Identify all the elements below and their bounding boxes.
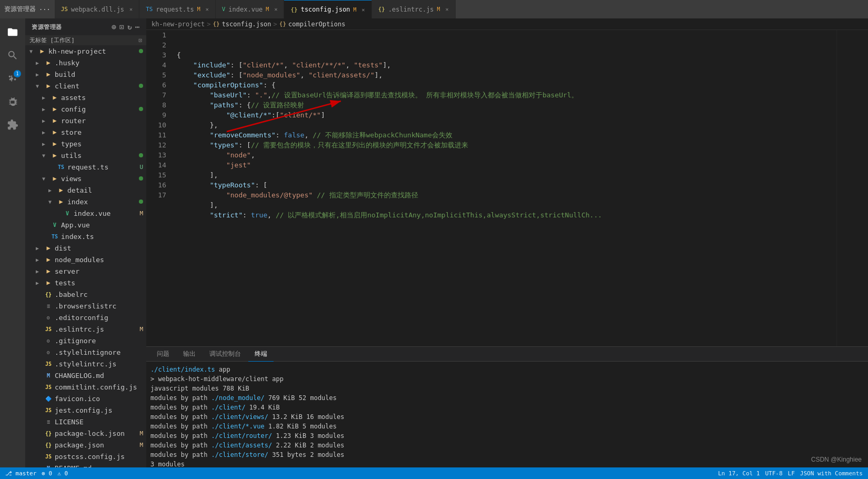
file-icon-app-vue: V xyxy=(51,222,59,228)
workspace-label: 无标签 [工作区] ⊡ xyxy=(25,35,146,45)
breadcrumb-section[interactable]: {} compilerOptions xyxy=(279,21,346,28)
code-line-5: "baseUrl": ".",// 设置baseUrl告诉编译器到哪里去查找模块… xyxy=(177,90,836,100)
sidebar-item-gitignore[interactable]: ⚙.gitignore xyxy=(25,335,146,346)
sidebar-item-utils[interactable]: ▼▶utils xyxy=(25,149,146,161)
tab-modified-request: M xyxy=(197,6,200,12)
sidebar-item-browserslistrc[interactable]: ≡.browserslistrc xyxy=(25,300,146,312)
tab-tsconfig[interactable]: {} tsconfig.json M ✕ xyxy=(284,0,371,18)
sidebar-item-router[interactable]: ▶▶router xyxy=(25,115,146,126)
item-name-license: LICENSE xyxy=(55,418,146,426)
sidebar-item-request-ts[interactable]: TSrequest.tsU xyxy=(25,161,146,173)
code-container[interactable]: 1234567891011121314151617 { "include": [… xyxy=(146,30,868,346)
tab-output[interactable]: 输出 xyxy=(177,347,202,362)
tab-modified-index-vue: M xyxy=(266,6,269,12)
sidebar-item-server[interactable]: ▶▶server xyxy=(25,265,146,277)
sidebar-item-config[interactable]: ▶▶config xyxy=(25,103,146,115)
sidebar: 资源管理器 ⊕⊡↻⋯ 无标签 [工作区] ⊡ ▼▶kh-new-project▶… xyxy=(25,18,146,467)
tab-eslintrc[interactable]: {} .eslintrc.js M ✕ xyxy=(372,0,456,18)
sidebar-item-types[interactable]: ▶▶types xyxy=(25,138,146,149)
sidebar-item-dist[interactable]: ▶▶dist xyxy=(25,242,146,254)
tab-close-index-vue[interactable]: ✕ xyxy=(274,6,277,12)
sidebar-header-icons[interactable]: ⊕⊡↻⋯ xyxy=(112,23,140,31)
activity-extensions[interactable] xyxy=(3,115,22,134)
sidebar-item-license[interactable]: ≡LICENSE xyxy=(25,416,146,427)
item-name-postcss-config: postcss.config.js xyxy=(55,453,146,461)
tab-close-request[interactable]: ✕ xyxy=(206,6,209,12)
terminal-line-4: modules by path ./client/ 19.4 KiB xyxy=(150,403,864,412)
tab-debug-console[interactable]: 调试控制台 xyxy=(203,347,247,362)
sidebar-item-store[interactable]: ▶▶store xyxy=(25,126,146,138)
tab-close-tsconfig[interactable]: ✕ xyxy=(362,7,365,13)
tab-close-webpack[interactable]: ✕ xyxy=(129,6,133,12)
sidebar-item-changelog[interactable]: MCHANGELOG.md xyxy=(25,370,146,381)
sidebar-item-app-vue[interactable]: VApp.vue xyxy=(25,219,146,231)
code-line-10: "types": [// 需要包含的模块，只有在这里列出的模块的声明文件才会被加… xyxy=(177,140,836,150)
sidebar-item-node-modules[interactable]: ▶▶node_modules xyxy=(25,254,146,265)
sidebar-item-detail[interactable]: ▶▶detail xyxy=(25,184,146,196)
sidebar-item-readme[interactable]: MREADME.md xyxy=(25,462,146,467)
sidebar-item-assets[interactable]: ▶▶assets xyxy=(25,92,146,103)
sidebar-item-husky[interactable]: ▶▶.husky xyxy=(25,57,146,68)
line-num-6: 6 xyxy=(146,80,166,90)
sidebar-item-eslintrc[interactable]: JS.eslintrc.jsM xyxy=(25,323,146,335)
sidebar-item-babelrc[interactable]: {}.babelrc xyxy=(25,288,146,300)
sidebar-item-views[interactable]: ▼▶views xyxy=(25,173,146,184)
arrow-husky: ▶ xyxy=(36,60,44,66)
tab-problems[interactable]: 问题 xyxy=(150,347,176,362)
tab-index-vue[interactable]: V index.vue M ✕ xyxy=(216,0,285,18)
sidebar-item-stylelintignore[interactable]: ⚙.stylelintignore xyxy=(25,346,146,358)
tab-webpack[interactable]: JS webpack.dll.js ✕ xyxy=(55,0,139,18)
folder-icon-client: ▶ xyxy=(44,82,53,89)
line-ending[interactable]: LF xyxy=(788,470,795,477)
folder-icon-detail: ▶ xyxy=(57,186,65,194)
code-line-3: "exclude": ["node_modules", "client/asse… xyxy=(177,70,836,80)
source-control-badge: 1 xyxy=(14,70,21,77)
sidebar-item-index-ts[interactable]: TSindex.ts xyxy=(25,231,146,242)
sidebar-item-package-lock[interactable]: {}package-lock.jsonM xyxy=(25,427,146,439)
arrow-utils: ▼ xyxy=(42,153,51,158)
status-bar: ⎇ master ⊗ 0 ⚠ 0 Ln 17, Col 1 UTF-8 LF J… xyxy=(0,467,868,479)
breadcrumb-file[interactable]: {} tsconfig.json xyxy=(213,21,271,28)
sidebar-item-build[interactable]: ▶▶build xyxy=(25,68,146,80)
activity-source-control[interactable]: 1 xyxy=(3,69,22,88)
tab-request[interactable]: TS request.ts M ✕ xyxy=(139,0,216,18)
more-icon[interactable]: ··· xyxy=(39,6,51,13)
sidebar-item-index-folder[interactable]: ▼▶index xyxy=(25,196,146,207)
sidebar-item-package-json[interactable]: {}package.jsonM xyxy=(25,439,146,451)
sidebar-item-kh-new-project[interactable]: ▼▶kh-new-project xyxy=(25,45,146,57)
activity-debug[interactable] xyxy=(3,92,22,111)
language[interactable]: JSON with Comments xyxy=(800,470,863,477)
sidebar-item-postcss-config[interactable]: JSpostcss.config.js xyxy=(25,451,146,462)
line-col[interactable]: Ln 17, Col 1 xyxy=(718,470,760,477)
encoding[interactable]: UTF-8 xyxy=(765,470,782,477)
sidebar-item-commitlint[interactable]: JScommitlint.config.js xyxy=(25,381,146,393)
warning-count[interactable]: ⚠ 0 xyxy=(57,470,68,477)
tab-label-webpack: webpack.dll.js xyxy=(71,6,124,13)
activity-bar: 1 xyxy=(0,18,25,467)
sidebar-item-jest-config[interactable]: JSjest.config.js xyxy=(25,404,146,416)
error-count[interactable]: ⊗ 0 xyxy=(42,470,52,477)
activity-explorer[interactable] xyxy=(3,23,22,42)
terminal-line-0: ./client/index.ts app xyxy=(150,365,864,374)
activity-search[interactable] xyxy=(3,46,22,65)
item-name-config: config xyxy=(61,105,146,113)
file-icon-request-ts: TS xyxy=(57,164,65,170)
sidebar-item-editorconfig[interactable]: ⚙.editorconfig xyxy=(25,312,146,323)
tab-close-eslintrc[interactable]: ✕ xyxy=(446,6,449,12)
line-num-17: 17 xyxy=(146,190,166,200)
status-right: Ln 17, Col 1 UTF-8 LF JSON with Comments xyxy=(718,470,863,477)
breadcrumb-project[interactable]: kh-new-project xyxy=(152,21,205,28)
sidebar-item-index-vue-file[interactable]: Vindex.vueM xyxy=(25,207,146,219)
file-icon-license: ≡ xyxy=(44,419,53,425)
sidebar-item-tests[interactable]: ▶▶tests xyxy=(25,277,146,288)
arrow-server: ▶ xyxy=(36,268,44,274)
sidebar-item-favicon[interactable]: 🔷favicon.ico xyxy=(25,393,146,404)
item-name-index-ts: index.ts xyxy=(61,233,146,241)
code-lines[interactable]: { "include": ["client/*", "client/**/*",… xyxy=(173,30,836,346)
line-num-13: 13 xyxy=(146,150,166,160)
tab-terminal[interactable]: 终端 xyxy=(248,347,274,362)
sidebar-item-stylelintrc-js[interactable]: JS.stylelintrc.js xyxy=(25,358,146,370)
git-branch[interactable]: ⎇ master xyxy=(5,470,36,477)
item-badge-utils xyxy=(139,153,143,157)
sidebar-item-client[interactable]: ▼▶client xyxy=(25,80,146,92)
